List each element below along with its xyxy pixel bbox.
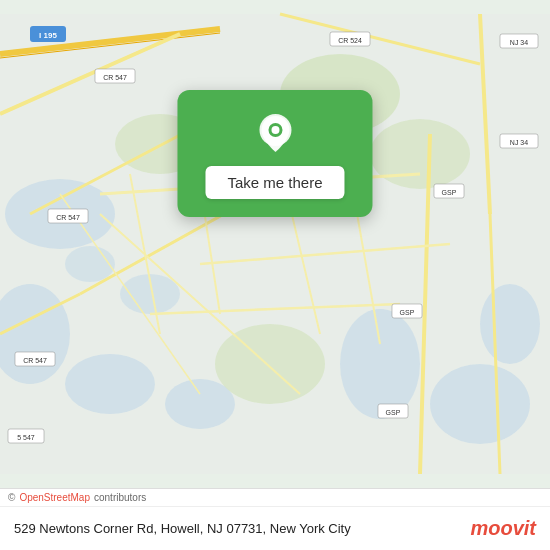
svg-text:5 547: 5 547 [17,434,35,441]
address-text: 529 Newtons Corner Rd, Howell, NJ 07731,… [14,521,351,536]
attribution-prefix: © [8,492,15,503]
svg-text:NJ 34: NJ 34 [510,39,528,46]
openstreetmap-link[interactable]: OpenStreetMap [19,492,90,503]
svg-text:CR 524: CR 524 [338,37,362,44]
attribution-bar: © OpenStreetMap contributors [0,488,550,506]
svg-point-57 [271,126,279,134]
svg-text:NJ 34: NJ 34 [510,139,528,146]
svg-point-5 [340,309,420,419]
svg-text:GSP: GSP [442,189,457,196]
svg-text:I 195: I 195 [39,31,57,40]
svg-point-12 [215,324,325,404]
app-container: I 195 CR 547 CR 524 NJ 34 CR 547 NJ 34 G… [0,0,550,550]
svg-text:CR 547: CR 547 [23,357,47,364]
svg-point-7 [480,284,540,364]
take-me-there-button[interactable]: Take me there [205,166,344,199]
location-pin-icon [253,112,297,156]
svg-text:GSP: GSP [400,309,415,316]
svg-text:CR 547: CR 547 [56,214,80,221]
svg-text:GSP: GSP [386,409,401,416]
attribution-suffix: contributors [94,492,146,503]
map-view: I 195 CR 547 CR 524 NJ 34 CR 547 NJ 34 G… [0,0,550,488]
svg-point-3 [65,354,155,414]
svg-point-9 [65,246,115,282]
svg-point-4 [165,379,235,429]
bottom-bar: 529 Newtons Corner Rd, Howell, NJ 07731,… [0,506,550,550]
svg-point-6 [430,364,530,444]
map-svg: I 195 CR 547 CR 524 NJ 34 CR 547 NJ 34 G… [0,0,550,488]
map-popup: Take me there [177,90,372,217]
moovit-logo: moovit [470,517,536,540]
moovit-logo-text: moovit [470,517,536,540]
svg-point-11 [370,119,470,189]
svg-text:CR 547: CR 547 [103,74,127,81]
